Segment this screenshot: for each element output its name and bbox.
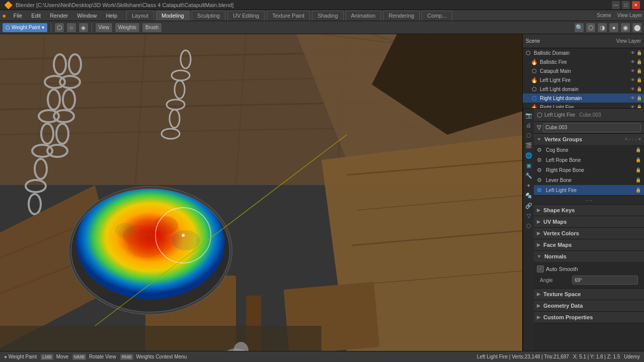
menu-file[interactable]: File	[9, 12, 26, 20]
face-maps-header[interactable]: ▶ Face Maps	[534, 239, 644, 250]
vertex-colors-header[interactable]: ▶ Vertex Colors	[534, 228, 644, 239]
outliner-item-ballistic-fire[interactable]: 🔥 Ballistic Fire 👁 🔒	[523, 57, 644, 66]
brush-menu[interactable]: Brush	[142, 23, 162, 33]
toolbar-icon-3[interactable]: ◈	[78, 23, 89, 33]
prop-icon-material[interactable]: ⬡	[524, 221, 533, 230]
workspace-tab-compositing[interactable]: Comp...	[422, 11, 452, 21]
workspace-tab-texture-paint[interactable]: Texture Paint	[267, 11, 310, 21]
auto-smooth-checkbox[interactable]: ✓	[537, 265, 544, 273]
status-info-text: Left Light Fire | Verts:23,148 | Tris:21…	[477, 354, 569, 359]
vg-bottom-bar: ···	[534, 195, 644, 204]
overlays-btn[interactable]: ⬡	[586, 23, 596, 33]
workspace-tab-shading[interactable]: Shading	[312, 11, 343, 21]
shape-keys-header[interactable]: ▶ Shape Keys	[534, 205, 644, 216]
obj-icon-ll-fire: 🔥	[531, 77, 538, 83]
obj-name-domain: Ballistic Domain	[534, 50, 628, 56]
separator-1	[51, 23, 51, 32]
close-button[interactable]: ✕	[632, 1, 640, 9]
obj-icon-cat-main: ⬡	[531, 68, 538, 74]
prop-icon-constraints[interactable]: 🔗	[524, 201, 533, 210]
auto-smooth-row: ✓ Auto Smooth	[537, 264, 641, 274]
obj-vis-ball-fire: 👁 🔒	[630, 59, 642, 64]
prop-icon-modifier[interactable]: 🔧	[524, 171, 533, 180]
vg-left-light-fire[interactable]: ⚙ Left Light Fire 🔒	[534, 185, 644, 195]
status-bar: ● Weight Paint LMB Move MMB Rotate View …	[0, 351, 644, 362]
menu-help[interactable]: Help	[102, 12, 121, 20]
obj-icon-rl-domain: ⬡	[531, 95, 538, 102]
workspace-tab-layout[interactable]: Layout	[126, 11, 154, 21]
normals-header[interactable]: ▼ Normals	[534, 251, 644, 262]
svg-point-67	[172, 230, 200, 250]
outliner-item-ballistic-domain[interactable]: ⬡ Ballistic Domain 👁 🔒	[523, 48, 644, 57]
menu-window[interactable]: Window	[73, 12, 101, 20]
outliner-item-right-light-domain[interactable]: ⬡ Right Light domain 👁 🔒	[523, 94, 644, 103]
angle-value[interactable]: 69°	[572, 276, 638, 285]
mode-selector[interactable]: ⬡ Weight Paint ▾	[2, 23, 48, 33]
prop-icon-output[interactable]: 🖨	[524, 121, 533, 130]
viewport-shading-mat[interactable]: ◉	[620, 23, 630, 33]
menu-render[interactable]: Render	[46, 12, 72, 20]
workspace-tab-sculpting[interactable]: Sculpting	[192, 11, 225, 21]
texture-space-header[interactable]: ▶ Texture Space	[534, 289, 644, 300]
vg-btn-rrb: 🔒	[635, 167, 641, 172]
toolbar: ⬡ Weight Paint ▾ ⬡ ○ ◈ View Weights Brus…	[0, 21, 644, 34]
mesh-name-input[interactable]	[543, 123, 641, 132]
maximize-button[interactable]: □	[622, 1, 630, 9]
vg-right-rope-bone[interactable]: ⚙ Right Rope Bone 🔒	[534, 165, 644, 175]
custom-properties-header[interactable]: ▶ Custom Properties	[534, 312, 644, 323]
vg-left-rope-bone[interactable]: ⚙ Left Rope Bone 🔒	[534, 155, 644, 165]
prop-icon-view-layer[interactable]: ⬡	[524, 131, 533, 140]
outliner-item-left-light-domain[interactable]: ⬡ Left Light domain 👁 🔒	[523, 84, 644, 94]
prop-icon-object-data[interactable]: ▽	[524, 211, 533, 220]
toolbar-icon-2[interactable]: ○	[66, 23, 76, 33]
vg-icon-lrb: ⚙	[537, 157, 544, 163]
vg-name-lb: Lever Bone	[546, 177, 633, 183]
uv-maps-header[interactable]: ▶ UV Maps	[534, 216, 644, 227]
vertex-colors-section: ▶ Vertex Colors	[534, 228, 644, 239]
mmb-label: Rotate View	[89, 354, 116, 359]
shading-btn[interactable]: ◑	[597, 23, 607, 33]
gd-arrow: ▶	[537, 303, 540, 308]
auto-smooth-label: Auto Smooth	[546, 266, 578, 272]
vg-icon-lb: ⚙	[537, 177, 544, 184]
shape-keys-section: ▶ Shape Keys	[534, 205, 644, 216]
vg-name-cog: Cog Bone	[546, 147, 633, 153]
prop-icon-world[interactable]: 🌐	[524, 151, 533, 160]
menu-edit[interactable]: Edit	[27, 12, 45, 20]
vertex-groups-header[interactable]: ▼ Vertex Groups + - ↑ ↓ ▾	[534, 134, 644, 145]
vg-lever-bone[interactable]: ⚙ Lever Bone 🔒	[534, 175, 644, 185]
normals-section: ▼ Normals ✓ Auto Smooth Angle 69°	[534, 251, 644, 289]
minimize-button[interactable]: —	[612, 1, 620, 9]
vg-collapse-arrow: ▼	[537, 137, 541, 142]
rmb-icon: RMB	[120, 354, 133, 360]
vg-cog-bone[interactable]: ⚙ Cog Bone 🔒	[534, 145, 644, 155]
workspace-tab-modeling[interactable]: Modeling	[156, 11, 190, 21]
main-area: User Perspective (7) Left Light Fire	[0, 34, 644, 351]
viewport-3d[interactable]: User Perspective (7) Left Light Fire	[0, 34, 522, 351]
menu-bar: ● File Edit Render Window Help Layout Mo…	[0, 10, 644, 21]
geometry-data-header[interactable]: ▶ Geometry Data	[534, 300, 644, 311]
view-menu[interactable]: View	[95, 23, 113, 33]
viewport-shading-solid[interactable]: ●	[609, 23, 619, 33]
outliner-item-right-light-fire[interactable]: 🔥 Right Light Fire 👁 🔒	[523, 103, 644, 109]
workspace-tab-animation[interactable]: Animation	[346, 11, 381, 21]
workspace-tab-uv-editing[interactable]: UV Editing	[227, 11, 265, 21]
prop-icon-scene[interactable]: 🎬	[524, 141, 533, 150]
prop-icon-object[interactable]: ▣	[524, 161, 533, 170]
obj-vis-cat-main: 👁 🔒	[630, 68, 642, 73]
prop-icon-physics[interactable]: 🔩	[524, 191, 533, 200]
vertex-groups-content: ⚙ Cog Bone 🔒 ⚙ Left Rope Bone 🔒 ⚙ Right …	[534, 145, 644, 204]
status-coords-text: X: 5.1 | Y: 1.8 | Z: 1.5	[573, 354, 620, 359]
prop-icon-particles[interactable]: ✦	[524, 181, 533, 190]
normals-content: ✓ Auto Smooth Angle 69°	[534, 262, 644, 288]
geometry-data-section: ▶ Geometry Data	[534, 300, 644, 312]
outliner-item-left-light-fire[interactable]: 🔥 Left Light Fire 👁 🔒	[523, 75, 644, 84]
prop-icon-render[interactable]: 📷	[524, 111, 533, 120]
workspace-tab-rendering[interactable]: Rendering	[383, 11, 420, 21]
viewport-shading-render[interactable]: ⬤	[632, 23, 642, 33]
weights-menu[interactable]: Weights	[115, 23, 140, 33]
properties-panel: ⬡ Left Light Fire Cube.003 ▽ ▼ Vertex Gr…	[534, 109, 644, 351]
global-local-toggle[interactable]: ⬡	[54, 23, 64, 33]
outliner-item-catapult-main[interactable]: ⬡ Catapult Main 👁 🔒	[523, 66, 644, 75]
search-icon-btn[interactable]: 🔍	[574, 23, 584, 33]
